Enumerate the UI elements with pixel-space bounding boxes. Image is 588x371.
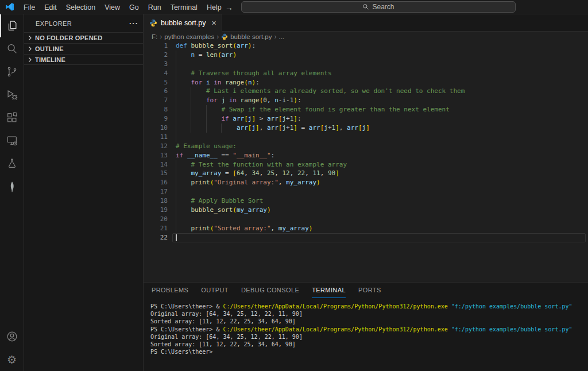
chevron-right-icon [26, 34, 33, 41]
close-tab-icon[interactable]: × [212, 19, 216, 27]
token: 90 [328, 169, 335, 177]
menu-view[interactable]: View [100, 2, 125, 13]
text-cursor [176, 234, 177, 241]
back-icon[interactable]: ← [211, 3, 219, 12]
account-icon[interactable] [0, 325, 24, 348]
code-line[interactable]: 9 if arr[j] > arr[j+1]: [144, 114, 588, 123]
code-line[interactable]: 2 n = len(arr) [144, 51, 588, 60]
testing-icon[interactable] [0, 152, 24, 175]
breadcrumb-item[interactable]: bubble sort.py [230, 33, 272, 40]
line-number: 4 [144, 69, 168, 78]
terminal-text: C:/Users/theer/AppData/Local/Programs/Py… [223, 303, 447, 310]
token: , [278, 179, 286, 186]
breadcrumb-item[interactable]: python examples [164, 33, 214, 40]
code-line[interactable]: 16 print("Original array:", my_array) [144, 178, 588, 187]
code-line[interactable]: 21 print("Sorted array:", my_array) [144, 224, 588, 233]
terminal-line: Original array: [64, 34, 25, 12, 22, 11,… [150, 310, 588, 318]
token [176, 169, 191, 177]
token: 34 [252, 169, 259, 177]
token: arr [222, 51, 233, 59]
line-number: 14 [144, 160, 168, 169]
source-control-icon[interactable] [0, 60, 24, 83]
code-line[interactable]: 20 [144, 215, 588, 224]
section-outline[interactable]: OUTLINE [24, 43, 143, 54]
forward-icon[interactable]: → [225, 3, 233, 12]
code-line[interactable]: 11 [144, 133, 588, 142]
terminal[interactable]: PS C:\Users\theer> & C:/Users/theer/AppD… [144, 298, 588, 371]
panel-tab-output[interactable]: OUTPUT [201, 283, 229, 298]
menu-run[interactable]: Run [144, 2, 166, 13]
breadcrumb-item[interactable]: F: [152, 33, 157, 40]
code-line[interactable]: 22 [144, 233, 588, 242]
views-and-more-actions-icon[interactable]: ··· [129, 19, 138, 28]
panel-tab-terminal[interactable]: TERMINAL [312, 283, 346, 298]
menu-edit[interactable]: Edit [40, 2, 61, 13]
section-label: NO FOLDER OPENED [35, 34, 103, 41]
terminal-text: PS C:\Users\theer> & [150, 326, 223, 333]
token: = [195, 51, 206, 59]
mongodb-icon[interactable] [0, 175, 24, 198]
code-line[interactable]: 13if __name__ == "__main__": [144, 151, 588, 160]
token [176, 206, 191, 214]
line-number: 22 [144, 233, 168, 242]
token: __name__ [187, 152, 218, 159]
line-number: 15 [144, 169, 168, 178]
code-line[interactable]: 19 bubble_sort(my_array) [144, 206, 588, 215]
terminal-text: Sorted array: [11, 12, 22, 25, 34, 64, 9… [150, 341, 296, 347]
token: + [328, 124, 332, 132]
token: : [271, 152, 275, 159]
menu-selection[interactable]: Selection [61, 2, 100, 13]
code-line[interactable]: 12# Example usage: [144, 142, 588, 151]
section-timeline[interactable]: TIMELINE [24, 54, 143, 65]
terminal-text: "f:/python examples/bubble sort.py" [451, 303, 572, 310]
line-number: 13 [144, 151, 168, 160]
search-box[interactable]: Search [241, 1, 516, 13]
panel-tab-problems[interactable]: PROBLEMS [152, 283, 188, 298]
token: ( [218, 51, 222, 59]
extensions-icon[interactable] [0, 106, 24, 129]
settings-gear-icon[interactable]: ⚙ [0, 348, 24, 371]
code-line[interactable]: 8 # Swap if the element found is greater… [144, 105, 588, 114]
remote-explorer-icon[interactable] [0, 129, 24, 152]
code-line[interactable]: 1def bubble_sort(arr): [144, 41, 588, 51]
menu-file[interactable]: File [19, 2, 40, 13]
code-line[interactable]: 15 my_array = [64, 34, 25, 12, 22, 11, 9… [144, 169, 588, 178]
token: arr [233, 115, 244, 122]
menu-terminal[interactable]: Terminal [166, 2, 202, 13]
explorer-icon[interactable] [0, 14, 24, 37]
token: ( [233, 42, 237, 49]
code-text: bubble_sort(my_array) [176, 206, 271, 215]
code-line[interactable]: 17 [144, 187, 588, 196]
code-text: print("Original array:", my_array) [176, 178, 320, 187]
code-line[interactable]: 6 # Last i elements are already sorted, … [144, 87, 588, 96]
code-line[interactable]: 18 # Apply Bubble Sort [144, 196, 588, 206]
run-debug-icon[interactable] [0, 83, 24, 106]
code-editor[interactable]: 1def bubble_sort(arr):2 n = len(arr)34 #… [144, 41, 588, 282]
token: : [297, 96, 301, 104]
section-no-folder-opened[interactable]: NO FOLDER OPENED [24, 32, 143, 43]
code-text: arr[j], arr[j+1] = arr[j+1], arr[j] [176, 123, 370, 133]
vscode-window: FileEditSelectionViewGoRunTerminalHelp ←… [0, 0, 588, 371]
line-number: 16 [144, 178, 168, 187]
token: : [252, 42, 256, 49]
code-line[interactable]: 3 [144, 60, 588, 69]
terminal-line: Original array: [64, 34, 25, 12, 22, 11,… [150, 333, 588, 341]
code-line[interactable]: 5 for i in range(n): [144, 78, 588, 87]
panel-tab-debug-console[interactable]: DEBUG CONSOLE [241, 283, 299, 298]
terminal-text: PS C:\Users\theer> & [150, 303, 223, 310]
token: - [286, 96, 290, 104]
search-sidebar-icon[interactable] [0, 37, 24, 60]
terminal-line: PS C:\Users\theer> [150, 348, 588, 355]
panel-tab-ports[interactable]: PORTS [358, 283, 381, 298]
code-line[interactable]: 4 # Traverse through all array elements [144, 69, 588, 78]
line-number: 2 [144, 51, 168, 60]
menu-go[interactable]: Go [125, 2, 144, 13]
breadcrumb-item[interactable]: ... [278, 33, 284, 40]
code-line[interactable]: 14 # Test the function with an example a… [144, 160, 588, 169]
code-text: # Traverse through all array elements [176, 69, 332, 78]
code-line[interactable]: 10 arr[j], arr[j+1] = arr[j+1], arr[j] [144, 123, 588, 133]
token: bubble_sort [191, 42, 233, 49]
token [176, 179, 191, 186]
code-line[interactable]: 7 for j in range(0, n-i-1): [144, 96, 588, 105]
tab-bubble-sort-py[interactable]: bubble sort.py × [144, 14, 222, 32]
